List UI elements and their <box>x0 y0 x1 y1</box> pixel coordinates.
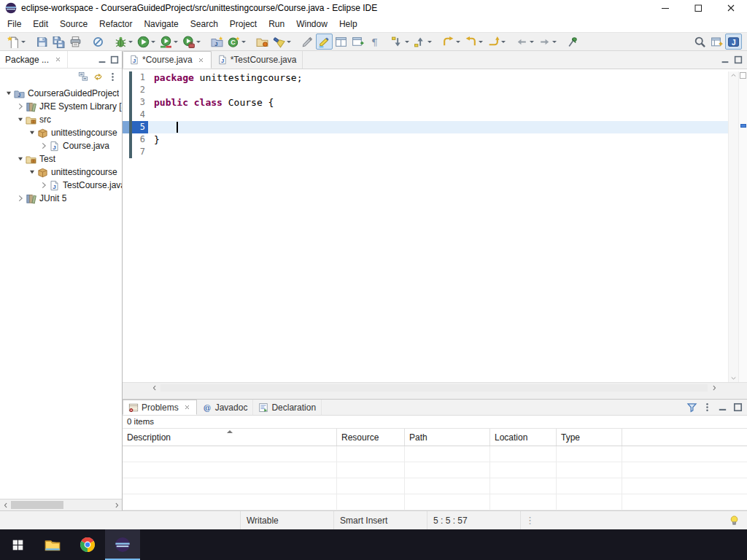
highlighter-button[interactable] <box>316 34 333 50</box>
print-button[interactable] <box>67 34 84 50</box>
close-icon[interactable] <box>197 56 205 64</box>
dropdown-arrow-icon[interactable] <box>287 41 291 43</box>
filter-icon[interactable] <box>686 402 697 413</box>
taskbar-start[interactable] <box>0 529 35 560</box>
previous-annotation-button[interactable] <box>411 34 434 50</box>
scroll-right-icon[interactable] <box>111 501 122 510</box>
new-class-button[interactable]: C <box>225 34 248 50</box>
tree-collapsed-icon[interactable] <box>38 141 49 151</box>
previous-edit-location-button[interactable] <box>462 34 485 50</box>
package-explorer-hscrollbar[interactable] <box>0 499 122 510</box>
column-header-location[interactable]: Location <box>490 429 557 446</box>
view-tab-problems[interactable]: Problems <box>123 400 197 415</box>
tree-collapsed-icon[interactable] <box>38 180 49 190</box>
line-number[interactable]: 3 <box>132 96 148 109</box>
close-button[interactable] <box>714 0 747 16</box>
line-number[interactable]: 6 <box>132 133 148 146</box>
tree-item-testcourse-java[interactable]: JTestCourse.java <box>0 179 122 192</box>
overview-ruler-header[interactable] <box>740 72 746 79</box>
minimize-button[interactable] <box>649 0 681 16</box>
overview-ruler[interactable] <box>738 71 747 382</box>
line-number[interactable]: 2 <box>132 84 148 96</box>
debug-button[interactable] <box>112 34 135 50</box>
menu-help[interactable]: Help <box>333 18 363 31</box>
minimize-icon[interactable] <box>717 402 728 413</box>
code-text[interactable] <box>148 84 728 96</box>
coverage-button[interactable] <box>158 34 180 50</box>
external-tools-button[interactable] <box>180 34 203 50</box>
close-icon[interactable] <box>54 55 62 63</box>
scroll-up-icon[interactable] <box>729 71 738 79</box>
menu-window[interactable]: Window <box>290 18 333 31</box>
menu-file[interactable]: File <box>1 18 27 31</box>
skip-breakpoints-button[interactable] <box>90 34 107 50</box>
dropdown-arrow-icon[interactable] <box>196 41 201 43</box>
menu-search[interactable]: Search <box>185 18 224 31</box>
dropdown-arrow-icon[interactable] <box>501 41 506 43</box>
tree-item-course-java[interactable]: JCourse.java <box>0 139 122 152</box>
forward-history-button[interactable] <box>536 34 559 50</box>
column-header-resource[interactable]: Resource <box>337 429 405 446</box>
magnifier-button[interactable] <box>692 34 708 50</box>
scroll-track[interactable] <box>160 384 708 392</box>
dropdown-arrow-icon[interactable] <box>456 41 460 43</box>
tree-expanded-icon[interactable] <box>15 114 26 125</box>
tree-item-test[interactable]: Test <box>0 152 122 166</box>
dropdown-arrow-icon[interactable] <box>405 41 409 43</box>
java-perspective-button[interactable]: J <box>725 34 742 50</box>
column-header-description[interactable]: Description <box>123 429 337 446</box>
last-edit-location-button[interactable] <box>440 34 462 50</box>
dropdown-arrow-icon[interactable] <box>241 41 246 43</box>
maximize-icon[interactable] <box>732 402 743 413</box>
column-header-path[interactable]: Path <box>405 429 490 446</box>
view-menu-icon[interactable] <box>702 402 713 413</box>
window-grid-1-button[interactable] <box>333 34 349 50</box>
maximize-icon[interactable] <box>109 55 120 65</box>
code-editor[interactable]: 1package unittestingcourse;23public clas… <box>123 69 747 382</box>
line-number[interactable]: 7 <box>132 146 148 158</box>
taskbar-file-explorer[interactable] <box>35 529 70 560</box>
menu-source[interactable]: Source <box>54 18 93 31</box>
minimize-icon[interactable] <box>97 55 107 65</box>
editor-tab-course-java[interactable]: J*Course.java <box>123 51 212 69</box>
open-perspective-button[interactable] <box>708 34 725 50</box>
tree-collapsed-icon[interactable] <box>15 101 26 112</box>
column-header-type[interactable]: Type <box>557 429 622 446</box>
next-edit-location-button[interactable] <box>485 34 508 50</box>
line-number[interactable]: 4 <box>132 109 148 121</box>
code-text[interactable] <box>148 146 728 158</box>
scroll-track[interactable] <box>11 499 111 510</box>
tree-expanded-icon[interactable] <box>26 128 37 138</box>
link-with-editor-icon[interactable] <box>93 71 104 82</box>
pilcrow-button[interactable]: ¶ <box>366 34 383 50</box>
maximize-icon[interactable] <box>733 55 743 65</box>
minimize-icon[interactable] <box>720 55 730 65</box>
tree-item-junit-5[interactable]: JUnit 5 <box>0 192 122 205</box>
menu-edit[interactable]: Edit <box>27 18 54 31</box>
menu-run[interactable]: Run <box>263 18 290 31</box>
code-text[interactable] <box>148 121 728 133</box>
view-menu-icon[interactable] <box>107 71 118 82</box>
save-all-button[interactable] <box>50 34 67 50</box>
back-history-button[interactable] <box>514 34 536 50</box>
code-text[interactable]: } <box>148 133 728 146</box>
code-text[interactable] <box>148 109 728 121</box>
dropdown-arrow-icon[interactable] <box>427 41 432 43</box>
maximize-button[interactable] <box>681 0 714 16</box>
taskbar-chrome[interactable] <box>70 529 105 560</box>
scroll-left-icon[interactable] <box>0 501 11 510</box>
tree-expanded-icon[interactable] <box>15 154 26 164</box>
editor-problems-sash[interactable] <box>123 392 747 399</box>
dropdown-arrow-icon[interactable] <box>174 41 178 43</box>
code-text[interactable]: package unittestingcourse; <box>148 71 728 84</box>
collapse-all-icon[interactable] <box>78 71 89 82</box>
search-flashlight-button[interactable] <box>271 34 293 50</box>
dropdown-arrow-icon[interactable] <box>151 41 155 43</box>
scroll-left-icon[interactable] <box>149 384 160 392</box>
menu-navigate[interactable]: Navigate <box>138 18 184 31</box>
tree-expanded-icon[interactable] <box>3 88 14 98</box>
tree-collapsed-icon[interactable] <box>15 193 26 203</box>
tree-item-courseraguidedproject[interactable]: JCourseraGuidedProject <box>0 87 122 100</box>
line-number[interactable]: 5 <box>132 121 148 133</box>
tree-item-unittestingcourse[interactable]: unittestingcourse <box>0 126 122 139</box>
